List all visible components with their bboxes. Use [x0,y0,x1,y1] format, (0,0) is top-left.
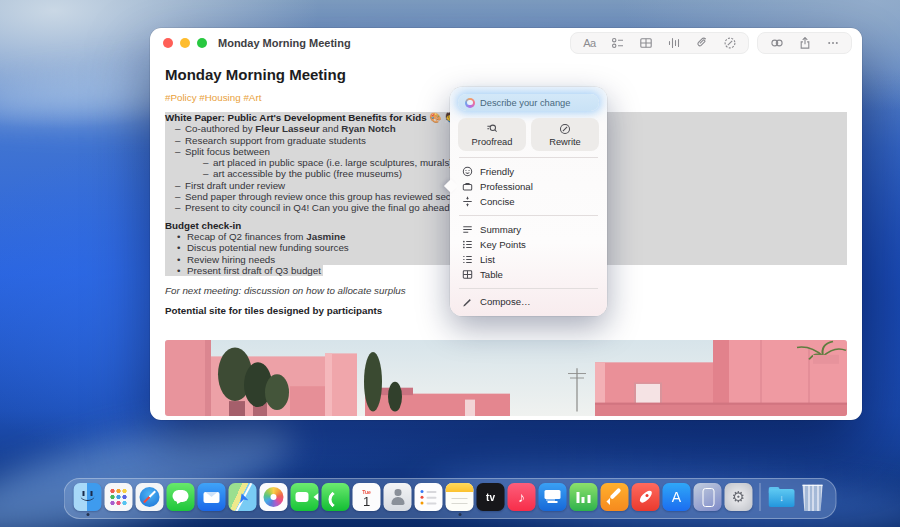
launchpad-app-tile [105,483,133,511]
writing-tools-item-compose[interactable]: Compose… [458,294,599,309]
note-photo[interactable] [165,340,847,416]
dock-reminders-icon[interactable] [415,483,443,511]
checklist-icon[interactable] [610,36,625,51]
toolbar-format-group: Aa [570,32,749,54]
note-line[interactable]: •Present first draft of Q3 budget [165,265,323,276]
apple-intelligence-icon [465,98,475,108]
text-segment: Jasmine [306,231,345,242]
reminders-app-tile [415,483,443,511]
zoom-button[interactable] [197,38,207,48]
dock-launchpad-icon[interactable] [105,483,133,511]
dock-keynote-icon[interactable] [539,483,567,511]
dock-safari-icon[interactable] [136,483,164,511]
writing-tools-item-list[interactable]: List [458,252,599,267]
dock-downloads-icon[interactable] [768,483,796,511]
more-icon[interactable] [825,36,840,51]
dock-rocket-icon[interactable] [632,483,660,511]
tv-app-tile: tv [477,483,505,511]
collaboration-icon[interactable] [769,36,784,51]
text-segment: Discus potential new funding sources [187,242,349,253]
settings-glyph: ⚙ [732,488,745,506]
bullet-marker: • [177,242,187,253]
dock-settings-icon[interactable]: ⚙ [725,483,753,511]
dock-messages-icon[interactable] [167,483,195,511]
dock-notes-icon[interactable] [446,483,474,511]
proofread-button[interactable]: Proofread [458,118,526,151]
maps-app-tile [229,483,257,511]
calendar-day: 1 [363,495,370,509]
photos-app-tile [260,483,288,511]
dock-appstore-icon[interactable]: A [663,483,691,511]
dock-mail-icon[interactable] [198,483,226,511]
music-glyph: ♪ [518,489,525,505]
dock-facetime-icon[interactable] [291,483,319,511]
dock-tv-icon[interactable]: tv [477,483,505,511]
compose-menu: Compose… [458,294,599,309]
titlebar[interactable]: Monday Morning Meeting Aa [150,28,862,58]
bullet-marker: • [177,265,187,276]
dock-phone-icon[interactable] [322,483,350,511]
summary-icon [461,224,473,235]
note-text: Review hiring needs [187,254,275,265]
friendly-label: Friendly [480,166,514,177]
dock-numbers-icon[interactable] [570,483,598,511]
dock-photos-icon[interactable] [260,483,288,511]
dash-marker: – [175,202,185,213]
close-button[interactable] [163,38,173,48]
dock-iphone-mirroring-icon[interactable] [694,483,722,511]
list-icon [461,254,473,265]
text-segment: art placed in public space (i.e. large s… [213,157,453,168]
dock-finder-icon[interactable] [74,483,102,511]
note-text: Present to city council in Q4! Can you g… [185,202,495,213]
share-icon[interactable] [797,36,812,51]
running-indicator [458,513,461,516]
dash-marker: – [175,180,185,191]
text-segment: Send paper through review once this grou… [185,191,489,202]
note-text: Research support from graduate students [185,135,366,146]
writing-tools-item-friendly[interactable]: Friendly [458,164,599,179]
writing-tools-item-table[interactable]: Table [458,267,599,282]
table-transform-icon [461,269,473,280]
format-icon[interactable]: Aa [582,36,597,51]
note-text: Discus potential new funding sources [187,242,349,253]
minimize-button[interactable] [180,38,190,48]
writing-tools-item-professional[interactable]: Professional [458,179,599,194]
finder-app-tile [74,483,102,511]
note-text: Split focus between [185,146,270,157]
tv-glyph: tv [486,492,495,503]
text-segment: Split focus between [185,146,270,157]
key-points-icon [461,239,473,250]
writing-tools-item-key-points[interactable]: Key Points [458,237,599,252]
writing-tools-item-summary[interactable]: Summary [458,222,599,237]
trash-app-tile [799,483,827,511]
attachment-icon[interactable] [694,36,709,51]
proofread-icon [486,123,498,135]
safari-app-tile [136,483,164,511]
writing-tools-icon[interactable] [722,36,737,51]
dock-pages-icon[interactable] [601,483,629,511]
rewrite-button[interactable]: Rewrite [531,118,599,151]
dash-marker: – [175,123,185,134]
note-text: White Paper: Public Art's Development Be… [165,112,469,123]
proofread-label: Proofread [472,137,513,147]
dock-maps-icon[interactable] [229,483,257,511]
dock-trash-icon[interactable] [799,483,827,511]
toolbar: Aa [570,32,852,54]
audio-waveform-icon[interactable] [666,36,681,51]
table-icon[interactable] [638,36,653,51]
text-segment: Ryan Notch [341,123,395,134]
describe-change-input[interactable]: Describe your change [458,94,599,111]
note-text: Recap of Q2 finances from Jasmine [187,231,345,242]
dock-calendar-icon[interactable]: Tue1 [353,483,381,511]
notes-app-tile [446,483,474,511]
text-segment: Present first draft of Q3 budget [187,265,321,276]
toolbar-share-group [757,32,852,54]
dock-contacts-icon[interactable] [384,483,412,511]
text-segment: Budget check-in [165,220,241,231]
dock-music-icon[interactable]: ♪ [508,483,536,511]
concise-label: Concise [480,196,515,207]
writing-tools-item-concise[interactable]: Concise [458,194,599,209]
divider [459,288,598,289]
text-segment: art accessible by the public (free museu… [213,168,402,179]
text-segment: Fleur Lasseur [255,123,319,134]
